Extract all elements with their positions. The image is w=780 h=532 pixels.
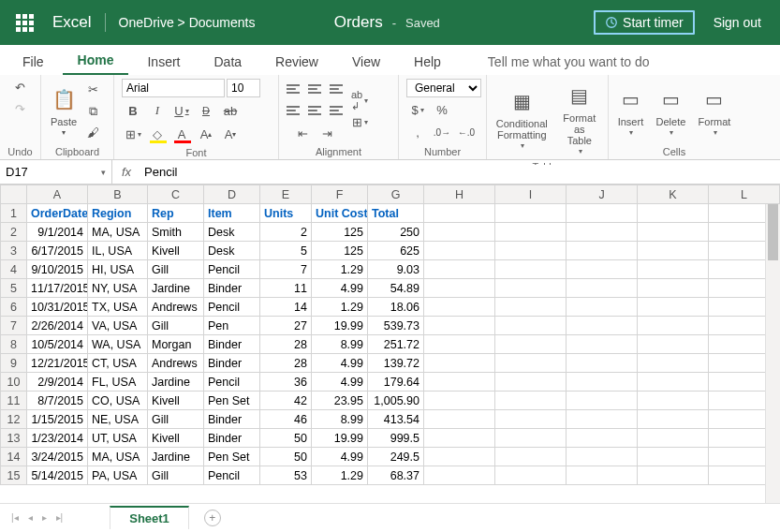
insert-cells-button[interactable]: ▭ Insert [612,81,649,141]
cell-J2[interactable] [567,223,638,242]
cell-J8[interactable] [567,335,638,354]
cell-J3[interactable] [567,242,638,260]
col-header-B[interactable]: B [88,185,148,204]
cell-F14[interactable]: 4.99 [312,448,368,466]
conditional-formatting-button[interactable]: ▦ Conditional Formatting [491,82,553,155]
cell-G2[interactable]: 250 [368,223,424,242]
cell-B1[interactable]: Region [88,204,148,223]
cell-K4[interactable] [638,260,709,279]
cell-E7[interactable]: 27 [260,317,312,335]
sheet-nav-last[interactable]: ▸| [52,510,67,525]
cell-K11[interactable] [638,392,709,410]
col-header-G[interactable]: G [368,185,424,204]
cell-A5[interactable]: 11/17/2015 [27,279,88,298]
cell-A14[interactable]: 3/24/2015 [27,448,88,466]
cell-J6[interactable] [567,298,638,317]
cell-A7[interactable]: 2/26/2014 [27,317,88,335]
cell-E11[interactable]: 42 [260,392,312,410]
tell-me-input[interactable]: Tell me what you want to do [488,49,650,75]
cell-J7[interactable] [567,317,638,335]
currency-button[interactable]: $ [406,99,429,120]
row-header-10[interactable]: 10 [1,373,27,392]
col-header-I[interactable]: I [495,185,567,204]
cell-H3[interactable] [424,242,495,260]
cell-D13[interactable]: Binder [204,429,260,448]
cell-H14[interactable] [424,448,495,466]
cell-D6[interactable]: Pencil [204,298,260,317]
cell-A9[interactable]: 12/21/2015 [27,354,88,373]
cell-B14[interactable]: MA, USA [88,448,148,466]
fill-color-button[interactable]: ◇ [146,124,169,144]
cell-B8[interactable]: WA, USA [88,335,148,354]
cell-D15[interactable]: Pencil [204,466,260,485]
format-cells-button[interactable]: ▭ Format [693,81,736,141]
cell-D1[interactable]: Item [204,204,260,223]
cell-H15[interactable] [424,466,495,485]
cell-J1[interactable] [567,204,638,223]
cell-G11[interactable]: 1,005.90 [368,392,424,410]
cell-G14[interactable]: 249.5 [368,448,424,466]
wrap-text-button[interactable]: ab↲ [348,90,371,111]
cell-A1[interactable]: OrderDate [27,204,88,223]
format-as-table-button[interactable]: ▤ Format as Table [555,77,604,160]
merge-button[interactable]: ⊞ [348,111,371,132]
cell-G15[interactable]: 68.37 [368,466,424,485]
cell-H12[interactable] [424,410,495,429]
cell-A13[interactable]: 1/23/2014 [27,429,88,448]
formula-input[interactable] [140,165,780,179]
cell-I10[interactable] [495,373,567,392]
cell-A3[interactable]: 6/17/2015 [27,242,88,260]
comma-button[interactable]: , [406,122,429,142]
cell-G8[interactable]: 251.72 [368,335,424,354]
cell-I14[interactable] [495,448,567,466]
cell-I7[interactable] [495,317,567,335]
shrink-font-button[interactable]: A▾ [219,124,242,144]
row-header-1[interactable]: 1 [1,204,27,223]
cell-I3[interactable] [495,242,567,260]
col-header-D[interactable]: D [204,185,260,204]
cell-A4[interactable]: 9/10/2015 [27,260,88,279]
cell-B7[interactable]: VA, USA [88,317,148,335]
cell-G6[interactable]: 18.06 [368,298,424,317]
cell-B15[interactable]: PA, USA [88,466,148,485]
cell-F11[interactable]: 23.95 [312,392,368,410]
row-header-8[interactable]: 8 [1,335,27,354]
cell-I13[interactable] [495,429,567,448]
name-box[interactable]: D17 ▾ [0,160,112,184]
font-name-select[interactable] [122,79,225,97]
cell-I6[interactable] [495,298,567,317]
cell-E4[interactable]: 7 [260,260,312,279]
cell-F9[interactable]: 4.99 [312,354,368,373]
cell-J11[interactable] [567,392,638,410]
cell-K13[interactable] [638,429,709,448]
cell-J14[interactable] [567,448,638,466]
cell-E8[interactable]: 28 [260,335,312,354]
cell-F2[interactable]: 125 [312,223,368,242]
cell-F15[interactable]: 1.29 [312,466,368,485]
font-size-select[interactable] [227,79,260,97]
col-header-F[interactable]: F [312,185,368,204]
cell-C3[interactable]: Kivell [148,242,204,260]
col-header-L[interactable]: L [709,185,780,204]
cell-K3[interactable] [638,242,709,260]
undo-button[interactable]: ↶ [9,77,32,97]
cell-E5[interactable]: 11 [260,279,312,298]
cell-B11[interactable]: CO, USA [88,392,148,410]
cell-K10[interactable] [638,373,709,392]
align-right-button[interactable] [326,100,346,121]
cell-G4[interactable]: 9.03 [368,260,424,279]
select-all[interactable] [1,185,27,204]
strikethrough-button[interactable]: ab [219,100,242,121]
col-header-A[interactable]: A [27,185,88,204]
cell-H7[interactable] [424,317,495,335]
align-middle-button[interactable] [304,79,325,99]
cell-F6[interactable]: 1.29 [312,298,368,317]
cell-I9[interactable] [495,354,567,373]
cell-D3[interactable]: Desk [204,242,260,260]
row-header-7[interactable]: 7 [1,317,27,335]
cell-B3[interactable]: IL, USA [88,242,148,260]
font-color-button[interactable]: A [170,124,193,144]
row-header-9[interactable]: 9 [1,354,27,373]
col-header-C[interactable]: C [148,185,204,204]
cell-K2[interactable] [638,223,709,242]
